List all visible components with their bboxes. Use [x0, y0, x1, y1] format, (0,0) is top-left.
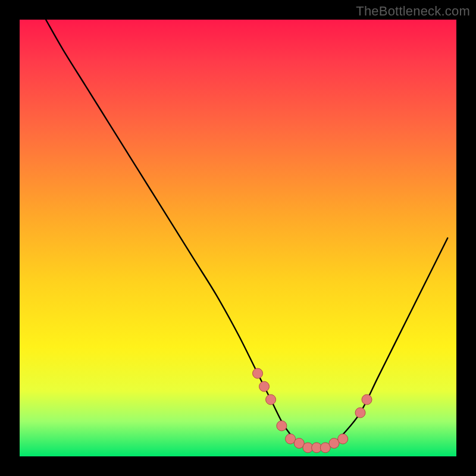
attribution-label: TheBottleneck.com — [356, 4, 470, 19]
marker-dot — [266, 394, 276, 405]
chart-svg — [20, 20, 456, 456]
marker-dot — [277, 421, 287, 431]
highlight-markers — [253, 368, 372, 453]
marker-dot — [253, 368, 263, 378]
marker-dot — [259, 381, 270, 392]
chart-stage: TheBottleneck.com — [0, 0, 476, 476]
bottleneck-curve — [46, 20, 447, 448]
marker-dot — [362, 394, 372, 405]
plot-area — [20, 20, 456, 456]
marker-dot — [355, 408, 365, 418]
marker-dot — [338, 434, 348, 444]
